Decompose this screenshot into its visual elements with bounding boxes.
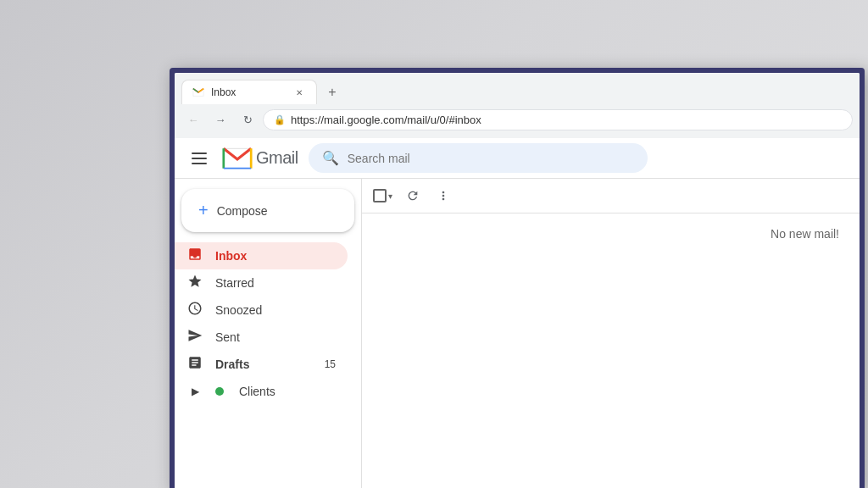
clock-icon [186, 301, 203, 319]
snoozed-label: Snoozed [215, 303, 262, 317]
forward-button[interactable]: → [209, 108, 232, 131]
gmail-label: Gmail [256, 148, 298, 168]
address-bar-row: ← → ↻ 🔒 https://mail.google.com/mail/u/0… [175, 104, 860, 138]
expand-icon: ▶ [186, 385, 203, 397]
checkbox-square [373, 189, 387, 202]
sidebar-item-drafts[interactable]: Drafts 15 [175, 351, 348, 378]
star-icon [186, 274, 203, 292]
drafts-badge: 15 [325, 358, 336, 370]
sidebar-item-snoozed[interactable]: Snoozed [175, 297, 348, 324]
gmail-app: Gmail 🔍 + Compose [175, 138, 860, 488]
tab-favicon [192, 86, 204, 98]
search-bar[interactable]: 🔍 [309, 143, 648, 173]
address-bar[interactable]: 🔒 https://mail.google.com/mail/u/0/#inbo… [263, 109, 853, 130]
search-icon: 🔍 [322, 150, 339, 166]
reload-button[interactable]: ↻ [236, 108, 259, 131]
compose-button[interactable]: + Compose [181, 189, 354, 232]
hamburger-menu[interactable] [188, 147, 212, 170]
browser-chrome: Inbox ✕ + ← → ↻ 🔒 https://mail.google.co… [175, 73, 860, 138]
compose-label: Compose [217, 204, 268, 218]
tab-bar: Inbox ✕ + [175, 73, 860, 104]
sidebar-item-starred[interactable]: Starred [175, 269, 348, 297]
empty-inbox-message: No new mail! [362, 214, 860, 488]
sidebar-item-clients[interactable]: ▶ Clients [175, 378, 348, 405]
tab-close-button[interactable]: ✕ [292, 86, 306, 99]
inbox-label: Inbox [215, 249, 247, 263]
lock-icon: 🔒 [274, 114, 286, 125]
sidebar-item-inbox[interactable]: Inbox [175, 242, 348, 269]
send-icon [186, 328, 203, 347]
sent-label: Sent [215, 330, 240, 344]
drafts-label: Drafts [215, 358, 249, 371]
clients-label: Clients [239, 385, 275, 398]
sidebar-item-sent[interactable]: Sent [175, 324, 348, 351]
more-options-button[interactable] [430, 182, 457, 209]
back-button[interactable]: ← [181, 108, 205, 131]
select-checkbox[interactable]: ▾ [369, 182, 396, 209]
gmail-header: Gmail 🔍 [175, 138, 860, 179]
monitor-bezel: Inbox ✕ + ← → ↻ 🔒 https://mail.google.co… [170, 68, 865, 488]
inbox-icon [186, 247, 203, 265]
search-input[interactable] [348, 152, 634, 165]
compose-plus-icon: + [198, 201, 209, 220]
url-text: https://mail.google.com/mail/u/0/#inbox [291, 114, 481, 126]
chevron-down-icon: ▾ [388, 191, 392, 201]
refresh-button[interactable] [399, 182, 426, 209]
sidebar: + Compose Inbox [175, 179, 361, 488]
active-tab[interactable]: Inbox ✕ [181, 80, 317, 104]
tab-title: Inbox [211, 86, 286, 98]
new-tab-button[interactable]: + [320, 80, 344, 104]
gmail-m-icon [222, 147, 253, 170]
gmail-body: + Compose Inbox [175, 179, 860, 488]
drafts-icon [186, 355, 203, 374]
starred-label: Starred [215, 276, 254, 290]
browser-window: Inbox ✕ + ← → ↻ 🔒 https://mail.google.co… [175, 73, 860, 488]
gmail-logo: Gmail [222, 147, 298, 170]
clients-dot [215, 387, 224, 396]
toolbar: ▾ [362, 179, 860, 214]
main-content: ▾ No new mail! [361, 179, 860, 488]
